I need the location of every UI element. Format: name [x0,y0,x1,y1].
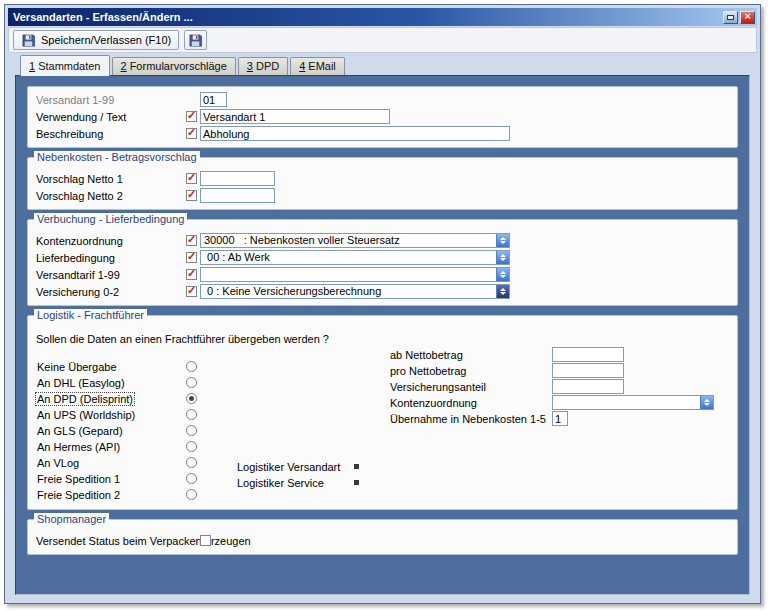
radio-row-vlog: An VLog [36,455,729,470]
tab-formularvorschlaege[interactable]: 2Formularvorschläge [112,57,236,75]
titlebar[interactable]: Versandarten - Erfassen/Ändern ... ✕ [8,8,757,26]
spinner-icon[interactable] [700,396,713,409]
versicherung-combo[interactable]: 0 : Keine Versicherungsberechnung [200,284,510,299]
tab-email[interactable]: 4EMail [290,57,345,75]
field-row-versandtarif: Versandtarif 1-99 [36,267,729,282]
versendet-status-label: Versendet Status beim Verpacken erzeugen [36,535,200,547]
ab-nettobetrag-label: ab Nettobetrag [390,349,552,361]
dialog-body: 1Stammdaten 2Formularvorschläge 3DPD 4EM… [15,53,750,595]
field-row-uebernahme: Übernahme in Nebenkosten 1-5 [390,411,714,426]
versendet-status-checkbox[interactable] [200,535,211,546]
vorschlag1-checkbox[interactable] [186,173,197,184]
vorschlag1-label: Vorschlag Netto 1 [36,173,186,185]
beschreibung-checkbox[interactable] [186,128,197,139]
frachtfuehrer-question: Sollen die Daten an einen Frachtführer ü… [36,333,729,345]
verwendung-input[interactable] [200,109,390,124]
logistiker-versandart-row: Logistiker Versandart [237,459,359,474]
radio-hermes[interactable] [186,441,197,452]
logistiker-versandart-label: Logistiker Versandart [237,461,354,473]
lieferbedingung-combo[interactable]: 00 : Ab Werk [200,250,510,265]
save-exit-button[interactable]: Speichern/Verlassen (F10) [13,30,179,50]
group-logistik: Logistik - Frachtführer Sollen die Daten… [27,315,738,510]
radio-dhl[interactable] [186,377,197,388]
save-small-icon [188,33,203,48]
radio-row-hermes: An Hermes (API) [36,439,729,454]
versandart-label: Versandart 1-99 [36,94,186,106]
save-icon [21,33,36,48]
field-row-vorschlag1: Vorschlag Netto 1 [36,171,729,186]
versicherung-label: Versicherung 0-2 [36,286,186,298]
vorschlag2-checkbox[interactable] [186,190,197,201]
shopmanager-group-title: Shopmanager [34,513,109,525]
versandart-input[interactable] [200,92,227,107]
vorschlag2-label: Vorschlag Netto 2 [36,190,186,202]
versicherung-checkbox[interactable] [186,286,197,297]
field-row-kontenzuordnung-logistik: Kontenzuordnung [390,395,714,410]
group-stammdaten: Versandart 1-99 Verwendung / Text Beschr… [27,86,738,148]
kontenzuordnung-label: Kontenzuordnung [36,235,186,247]
minimize-button[interactable] [723,11,738,24]
kontenzuordnung-checkbox[interactable] [186,235,197,246]
versicherungsanteil-input[interactable] [552,379,624,394]
verbuchung-group-title: Verbuchung - Lieferbedingung [34,213,187,225]
minimize-icon [727,15,734,20]
field-row-vorschlag2: Vorschlag Netto 2 [36,188,729,203]
save-button[interactable] [184,30,207,50]
uebernahme-label: Übernahme in Nebenkosten 1-5 [390,413,552,425]
verwendung-checkbox[interactable] [186,111,197,122]
close-icon: ✕ [744,13,751,21]
logistiker-block: Logistiker Versandart Logistiker Service [237,459,359,491]
uebernahme-input[interactable] [552,411,568,426]
versicherungsanteil-label: Versicherungsanteil [390,381,552,393]
logistiker-versandart-indicator [354,464,359,469]
radio-row-spedition1: Freie Spedition 1 [36,471,729,486]
field-row-pro-nettobetrag: pro Nettobetrag [390,363,714,378]
spinner-icon[interactable] [496,251,509,264]
close-button[interactable]: ✕ [740,11,755,24]
versandtarif-combo[interactable] [200,267,510,282]
tab-stammdaten[interactable]: 1Stammdaten [20,55,110,76]
field-row-beschreibung: Beschreibung [36,126,729,141]
dropdown-arrow-icon[interactable] [496,285,509,298]
radio-spedition1[interactable] [186,473,197,484]
kontenzuordnung-logistik-label: Kontenzuordnung [390,397,552,409]
versandtarif-checkbox[interactable] [186,269,197,280]
logistik-group-title: Logistik - Frachtführer [34,309,147,321]
pro-nettobetrag-input[interactable] [552,363,624,378]
toolbar: Speichern/Verlassen (F10) [8,27,757,53]
tab-dpd[interactable]: 3DPD [238,57,288,75]
spinner-icon[interactable] [496,234,509,247]
field-row-versendet-status: Versendet Status beim Verpacken erzeugen [36,533,729,548]
spinner-icon[interactable] [496,268,509,281]
kontenzuordnung-combo[interactable]: 30000 : Nebenkosten voller Steuersatz [200,233,510,248]
radio-spedition2[interactable] [186,489,197,500]
logistiker-service-indicator [354,480,359,485]
field-row-verwendung: Verwendung / Text [36,109,729,124]
nebenkosten-group-title: Nebenkosten - Betragsvorschlag [34,151,200,163]
radio-gls[interactable] [186,425,197,436]
radio-keine-uebergabe[interactable] [186,361,197,372]
beschreibung-input[interactable] [200,126,510,141]
pro-nettobetrag-label: pro Nettobetrag [390,365,552,377]
radio-vlog[interactable] [186,457,197,468]
lieferbedingung-checkbox[interactable] [186,252,197,263]
logistiker-service-label: Logistiker Service [237,477,354,489]
group-shopmanager: Shopmanager Versendet Status beim Verpac… [27,519,738,555]
radio-dpd[interactable] [186,393,197,404]
ab-nettobetrag-input[interactable] [552,347,624,362]
vorschlag1-input[interactable] [200,171,275,186]
lieferbedingung-label: Lieferbedingung [36,252,186,264]
field-row-versicherungsanteil: Versicherungsanteil [390,379,714,394]
radio-row-spedition2: Freie Spedition 2 [36,487,729,502]
field-row-kontenzuordnung: Kontenzuordnung 30000 : Nebenkosten voll… [36,233,729,248]
verwendung-label: Verwendung / Text [36,111,186,123]
radio-ups[interactable] [186,409,197,420]
kontenzuordnung-logistik-combo[interactable] [552,395,714,410]
tabstrip: 1Stammdaten 2Formularvorschläge 3DPD 4EM… [15,53,750,75]
vorschlag2-input[interactable] [200,188,275,203]
tab-content-stammdaten: Versandart 1-99 Verwendung / Text Beschr… [15,75,750,595]
field-row-lieferbedingung: Lieferbedingung 00 : Ab Werk [36,250,729,265]
window-title: Versandarten - Erfassen/Ändern ... [13,11,721,23]
field-row-versicherung: Versicherung 0-2 0 : Keine Versicherungs… [36,284,729,299]
beschreibung-label: Beschreibung [36,128,186,140]
